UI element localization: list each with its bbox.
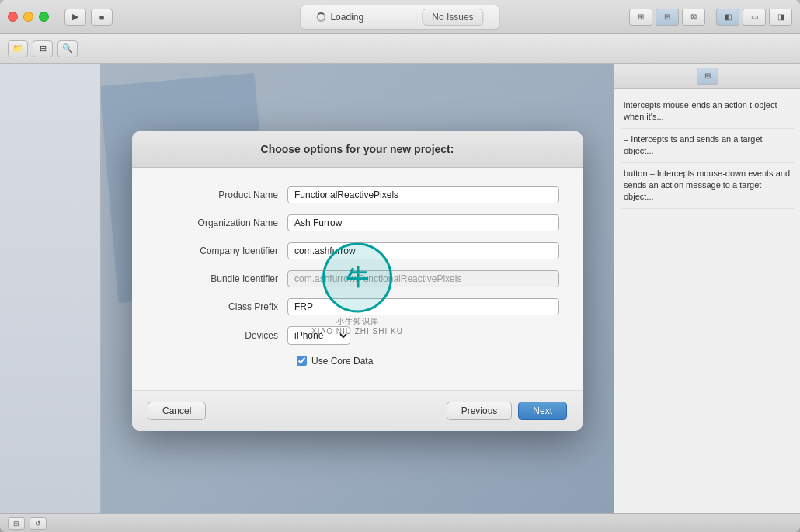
utilities-toggle[interactable]: ◨	[769, 9, 792, 26]
folder-nav-button[interactable]: 📁	[8, 40, 28, 57]
class-prefix-input[interactable]	[287, 298, 559, 315]
center-area: Choose options for your new project: Pro…	[101, 64, 614, 513]
no-issues-badge: No Issues	[422, 9, 483, 26]
class-prefix-label: Class Prefix	[155, 301, 287, 312]
toolbar-left: ▶ ■	[64, 9, 113, 26]
loading-text: Loading	[330, 12, 363, 23]
product-name-label: Product Name	[155, 190, 287, 200]
company-id-label: Company Identifier	[155, 245, 287, 256]
dialog-body: Product Name Organization Name Company I…	[132, 168, 583, 390]
rp-item-3: button – Intercepts mouse-down events an…	[621, 163, 794, 209]
titlebar: ▶ ■ Loading | No Issues ⊞ ⊟ ⊠ ◧ ▭ ◨	[0, 0, 800, 34]
right-panel-content: intercepts mouse-ends an action t object…	[614, 89, 800, 513]
new-project-dialog: Choose options for your new project: Pro…	[132, 131, 583, 431]
rp-grid-button[interactable]: ⊞	[697, 68, 718, 85]
rp-item-1: intercepts mouse-ends an action t object…	[621, 95, 794, 129]
core-data-row: Use Core Data	[297, 356, 559, 367]
bundle-id-input	[287, 270, 559, 287]
debug-toggle[interactable]: ▭	[743, 9, 766, 26]
navigator-toggle[interactable]: ◧	[716, 9, 739, 26]
search-nav-button[interactable]: 🔍	[57, 40, 78, 57]
editor-assistant-button[interactable]: ⊟	[656, 9, 679, 26]
right-panel: ⊞ intercepts mouse-ends an action t obje…	[614, 64, 800, 513]
left-sidebar	[0, 64, 101, 513]
class-prefix-row: Class Prefix	[155, 298, 559, 315]
hierarchy-nav-button[interactable]: ⊞	[33, 40, 53, 57]
xcode-window: ▶ ■ Loading | No Issues ⊞ ⊟ ⊠ ◧ ▭ ◨ 📁 ⊞ …	[0, 0, 800, 532]
spinner-icon	[316, 12, 325, 22]
company-id-input[interactable]	[287, 242, 559, 259]
close-button[interactable]	[8, 12, 18, 22]
devices-label: Devices	[155, 330, 287, 341]
loading-indicator: Loading | No Issues	[300, 5, 499, 30]
next-button[interactable]: Next	[518, 402, 567, 420]
bundle-id-label: Bundle Identifier	[155, 273, 287, 284]
main-content: Choose options for your new project: Pro…	[0, 64, 800, 513]
right-panel-toolbar: ⊞	[614, 64, 800, 89]
devices-row: Devices iPhone iPad Universal	[155, 326, 559, 345]
editor-version-button[interactable]: ⊠	[682, 9, 705, 26]
stop-button[interactable]: ■	[91, 9, 113, 26]
status-back-button[interactable]: ↺	[30, 517, 47, 530]
secondary-toolbar: 📁 ⊞ 🔍	[0, 34, 800, 64]
minimize-button[interactable]	[23, 12, 33, 22]
dialog-footer: Cancel Previous Next	[132, 390, 583, 431]
maximize-button[interactable]	[39, 12, 49, 22]
status-bar: ⊞ ↺	[0, 513, 800, 532]
devices-select[interactable]: iPhone iPad Universal	[287, 326, 350, 345]
bundle-id-row: Bundle Identifier	[155, 270, 559, 287]
editor-standard-button[interactable]: ⊞	[629, 9, 652, 26]
product-name-row: Product Name	[155, 186, 559, 203]
core-data-checkbox[interactable]	[297, 356, 307, 366]
status-grid-button[interactable]: ⊞	[8, 517, 25, 530]
traffic-lights	[8, 12, 49, 22]
dialog-container: Choose options for your new project: Pro…	[101, 64, 614, 513]
previous-button[interactable]: Previous	[447, 402, 513, 420]
nav-buttons: Previous Next	[447, 402, 567, 420]
org-name-row: Organization Name	[155, 214, 559, 231]
dialog-header: Choose options for your new project:	[132, 131, 583, 168]
company-id-row: Company Identifier	[155, 242, 559, 259]
product-name-input[interactable]	[287, 186, 559, 203]
play-button[interactable]: ▶	[64, 9, 86, 26]
org-name-input[interactable]	[287, 214, 559, 231]
core-data-label[interactable]: Use Core Data	[311, 356, 373, 367]
toolbar-right: ⊞ ⊟ ⊠ ◧ ▭ ◨	[629, 9, 792, 26]
cancel-button[interactable]: Cancel	[148, 402, 206, 420]
rp-item-2: – Intercepts ts and sends an a target ob…	[621, 129, 794, 163]
dialog-title: Choose options for your new project:	[261, 143, 454, 155]
org-name-label: Organization Name	[155, 217, 287, 228]
